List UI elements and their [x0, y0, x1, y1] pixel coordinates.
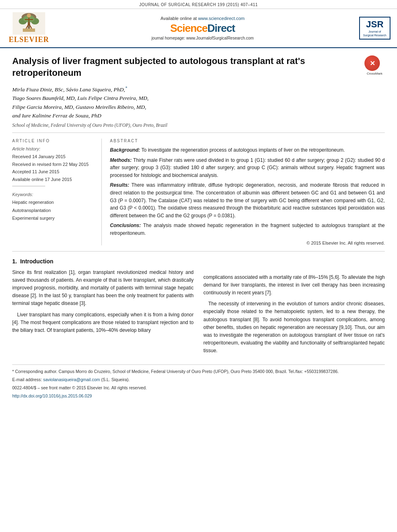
abstract-col: ABSTRACT Background: To investigate the …	[110, 139, 385, 245]
revised-date: Received in revised form 22 May 2015	[12, 162, 89, 167]
keywords-heading: Keywords:	[12, 192, 95, 197]
intro-heading: 1. Introduction	[12, 258, 194, 265]
authors: Mirla Fiuza Diniz, BSc, Sávio Lana Sique…	[12, 84, 360, 120]
accepted-date: Accepted 11 June 2015	[12, 169, 59, 174]
received-date: Received 14 January 2015	[12, 154, 66, 159]
email-label: E-mail address:	[12, 377, 42, 382]
email-name: (S.L. Siqueira).	[101, 377, 129, 382]
crossmark-badge: ✕ CrossMark	[364, 55, 385, 75]
homepage-label: journal homepage: www.JournalofSurgicalR…	[151, 36, 254, 40]
keyword-1: Hepatic regeneration	[12, 200, 54, 205]
abstract-methods-text: Thirty male Fisher rats were used divide…	[110, 157, 385, 178]
header-center: Available online at www.sciencedirect.co…	[51, 16, 354, 40]
title-section: Analysis of liver fragment subjected to …	[12, 48, 385, 133]
jsr-letters: JSR	[363, 19, 386, 30]
title-text-area: Analysis of liver fragment subjected to …	[12, 55, 360, 128]
corresponding-author: * Corresponding author. Campus Morro do …	[12, 368, 385, 375]
header: ELSEVIER Available online at www.science…	[0, 9, 397, 48]
body-col-left: 1. Introduction Since its first realizat…	[12, 258, 194, 358]
corresponding-author-text: * Corresponding author. Campus Morro do …	[12, 369, 339, 374]
crossmark-label: CrossMark	[364, 72, 385, 75]
issn-line: 0022-4804/$ – see front matter © 2015 El…	[12, 384, 385, 391]
body-col-right: complications associated with a mortalit…	[204, 258, 385, 358]
svg-point-7	[27, 13, 31, 18]
intro-para4: The necessity of intervening in the evol…	[204, 300, 385, 355]
article-info-label: ARTICLE INFO	[12, 139, 95, 143]
email-link[interactable]: saviolanasiqueira@gmail.com	[43, 377, 100, 382]
section-number: 1.	[12, 258, 17, 265]
available-date: Available online 17 June 2015	[12, 177, 72, 182]
copyright-text: © 2015 Elsevier Inc. All rights reserved…	[110, 241, 385, 245]
elsevier-tree-icon	[13, 12, 45, 35]
abstract-conclusions-text: The analysis made showed hepatic regener…	[110, 223, 385, 236]
keyword-2: Autotransplantation	[12, 208, 51, 213]
affiliation: School of Medicine, Federal University o…	[12, 123, 360, 128]
journal-citation: JOURNAL OF SURGICAL RESEARCH 199 (2015) …	[139, 2, 258, 7]
abstract-background-text: To investigate the regeneration process …	[141, 147, 345, 153]
intro-body-text-left: Since its first realization [1], organ t…	[12, 269, 194, 335]
abstract-label: ABSTRACT	[110, 139, 385, 143]
jsr-subtitle: Journal ofSurgical Research	[363, 30, 386, 37]
section-title: Introduction	[20, 258, 53, 265]
intro-para2: Liver transplant has many complications,…	[12, 311, 194, 335]
intro-para1: Since its first realization [1], organ t…	[12, 269, 194, 308]
intro-body-text-right: complications associated with a mortalit…	[204, 274, 385, 355]
sciencedirect-url[interactable]: www.sciencedirect.com	[198, 16, 244, 21]
intro-para3: complications associated with a mortalit…	[204, 274, 385, 297]
journal-top-bar: JOURNAL OF SURGICAL RESEARCH 199 (2015) …	[0, 0, 397, 9]
sciencedirect-logo: ScienceDirect	[55, 22, 350, 35]
svg-rect-6	[23, 29, 35, 32]
footnotes: * Corresponding author. Campus Morro do …	[12, 364, 385, 399]
article-info-col: ARTICLE INFO Article history: Received 1…	[12, 139, 102, 245]
elsevier-logo: ELSEVIER	[7, 12, 51, 44]
elsevier-brand-text: ELSEVIER	[9, 35, 49, 44]
doi-link[interactable]: http://dx.doi.org/10.1016/j.jss.2015.06.…	[12, 393, 92, 398]
crossmark-icon: ✕	[364, 55, 380, 71]
main-content: Analysis of liver fragment subjected to …	[0, 48, 397, 407]
body-section: 1. Introduction Since its first realizat…	[12, 252, 385, 407]
keyword-3: Experimental surgery	[12, 216, 55, 221]
history-heading: Article history:	[12, 146, 95, 151]
abstract-text: Background: To investigate the regenerat…	[110, 146, 385, 237]
intro-two-col: 1. Introduction Since its first realizat…	[12, 258, 385, 358]
article-history: Article history: Received 14 January 201…	[12, 146, 95, 183]
email-line: E-mail address: saviolanasiqueira@gmail.…	[12, 376, 385, 383]
abstract-results-text: There was inflammatory infiltrate, diffu…	[110, 182, 385, 218]
keywords-section: Keywords: Hepatic regeneration Autotrans…	[12, 192, 95, 223]
jsr-logo: JSR Journal ofSurgical Research	[354, 17, 390, 40]
doi-line: http://dx.doi.org/10.1016/j.jss.2015.06.…	[12, 393, 385, 400]
journal-homepage: journal homepage: www.JournalofSurgicalR…	[55, 36, 350, 40]
article-info-abstract: ARTICLE INFO Article history: Received 1…	[12, 133, 385, 252]
article-title: Analysis of liver fragment subjected to …	[12, 55, 360, 79]
available-online-text: Available online at www.sciencedirect.co…	[55, 16, 350, 21]
